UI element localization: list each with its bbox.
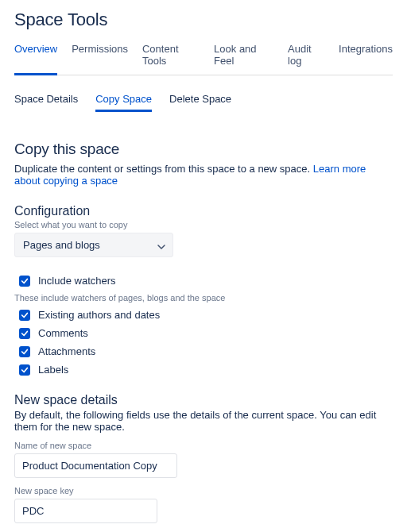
option-row-authors: Existing authors and dates <box>19 309 393 321</box>
labels-checkbox[interactable] <box>19 364 30 376</box>
check-icon <box>21 366 29 374</box>
tab-content-tools[interactable]: Content Tools <box>142 38 200 75</box>
name-field-label: Name of new space <box>14 441 393 450</box>
option-row-labels: Labels <box>19 364 393 376</box>
include-watchers-checkbox[interactable] <box>19 276 30 287</box>
page-title: Space Tools <box>14 10 393 30</box>
key-field-label: New space key <box>14 486 393 495</box>
option-row-comments: Comments <box>19 327 393 339</box>
secondary-tabs: Space Details Copy Space Delete Space <box>14 90 393 112</box>
copy-scope-select[interactable]: Pages and blogs <box>14 233 173 257</box>
select-helper-text: Select what you want to copy <box>14 220 393 229</box>
check-icon <box>21 348 29 356</box>
option-row-attachments: Attachments <box>19 345 393 357</box>
tab-audit-log[interactable]: Audit log <box>288 38 324 75</box>
include-watchers-label: Include watchers <box>38 275 116 287</box>
attachments-label: Attachments <box>38 345 95 357</box>
comments-checkbox[interactable] <box>19 328 30 339</box>
primary-tabs: Overview Permissions Content Tools Look … <box>14 38 393 75</box>
tab-integrations[interactable]: Integrations <box>339 38 393 75</box>
check-icon <box>21 330 29 337</box>
authors-checkbox[interactable] <box>19 310 30 321</box>
subtab-delete-space[interactable]: Delete Space <box>169 90 231 112</box>
check-icon <box>21 311 29 319</box>
copy-space-description: Duplicate the content or settings from t… <box>14 163 393 187</box>
tab-overview[interactable]: Overview <box>14 38 57 75</box>
comments-label: Comments <box>38 327 88 339</box>
labels-label: Labels <box>38 364 68 376</box>
new-space-description: By default, the following fields use the… <box>14 409 393 433</box>
check-icon <box>21 277 29 285</box>
copy-space-heading: Copy this space <box>14 141 393 158</box>
authors-label: Existing authors and dates <box>38 309 160 321</box>
new-space-heading: New space details <box>14 393 393 407</box>
space-key-input[interactable] <box>14 499 157 523</box>
include-watchers-row: Include watchers <box>19 275 393 287</box>
tab-look-and-feel[interactable]: Look and Feel <box>214 38 273 75</box>
configuration-options: Include watchers These include watchers … <box>19 275 393 376</box>
subtab-copy-space[interactable]: Copy Space <box>95 90 152 112</box>
space-name-input[interactable] <box>14 453 177 478</box>
subtab-space-details[interactable]: Space Details <box>14 90 78 112</box>
watchers-helper-text: These include watchers of pages, blogs a… <box>14 293 393 303</box>
attachments-checkbox[interactable] <box>19 346 30 357</box>
tab-permissions[interactable]: Permissions <box>72 38 128 75</box>
copy-desc-text: Duplicate the content or settings from t… <box>14 163 313 175</box>
configuration-heading: Configuration <box>14 204 393 218</box>
